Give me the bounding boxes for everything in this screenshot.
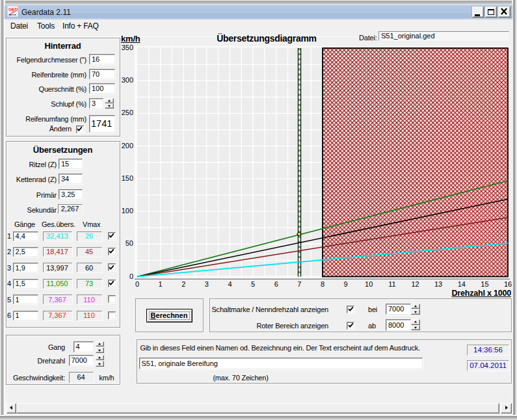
svg-text:GED: GED	[8, 7, 18, 12]
